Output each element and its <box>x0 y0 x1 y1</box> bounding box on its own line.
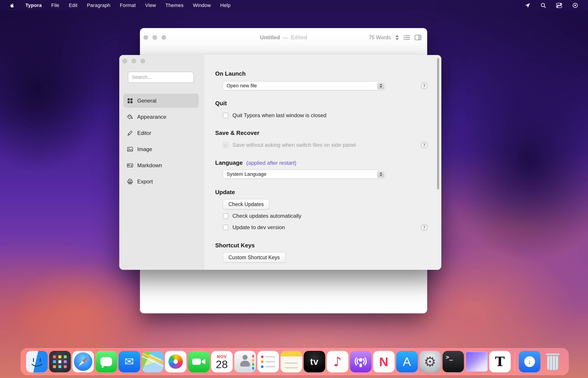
dock-appstore-icon[interactable]: A <box>396 351 418 372</box>
prefs-zoom-button[interactable] <box>140 59 145 63</box>
document-edited-badge: Edited <box>291 34 307 41</box>
language-heading-text: Language <box>215 159 243 166</box>
photos-pinwheel <box>168 354 183 369</box>
paperplane-status-icon[interactable] <box>525 2 531 8</box>
apple-menu[interactable] <box>7 2 17 9</box>
quit-checkbox[interactable] <box>223 113 228 118</box>
spotlight-search-icon[interactable] <box>540 2 546 8</box>
safari-needle <box>77 356 89 367</box>
help-icon-dev-version[interactable]: ? <box>421 224 428 231</box>
appstore-a-glyph: A <box>403 355 411 369</box>
siri-icon[interactable] <box>572 2 578 8</box>
check-updates-automatically-checkbox[interactable] <box>223 213 228 219</box>
preferences-traffic-lights <box>123 59 145 63</box>
dock-news-icon[interactable]: N <box>373 351 395 372</box>
auto-update-checkbox-row: Check updates automatically <box>223 213 301 219</box>
dock: ✉ NOV 28 tv ♪ N A ⚙ >_ <box>21 348 569 375</box>
word-count[interactable]: 75 Words <box>369 35 391 41</box>
podcasts-waves <box>353 353 369 370</box>
menu-item-typora[interactable]: Typora <box>21 2 46 8</box>
sidebar-item-markdown[interactable]: Markdown <box>123 158 199 172</box>
dock-downloads-icon[interactable]: ↓ <box>519 351 540 372</box>
desktop: Typora File Edit Paragraph Format View T… <box>0 0 588 378</box>
section-heading-update: Update <box>215 189 235 196</box>
prefs-minimize-button[interactable] <box>132 59 136 63</box>
dock-calendar-icon[interactable]: NOV 28 <box>211 351 233 372</box>
sidebar-item-appearance[interactable]: Appearance <box>123 110 199 124</box>
dock-maps-icon[interactable] <box>142 351 163 372</box>
zoom-button[interactable] <box>161 35 166 40</box>
section-heading-quit: Quit <box>215 100 227 107</box>
dock-music-icon[interactable]: ♪ <box>327 351 348 372</box>
prefs-close-button[interactable] <box>123 59 127 63</box>
menu-item-themes[interactable]: Themes <box>161 2 188 8</box>
menu-item-edit[interactable]: Edit <box>64 2 82 8</box>
preferences-content: On Launch Open new file ? Quit Quit Typo… <box>204 55 441 270</box>
menu-item-window[interactable]: Window <box>188 2 215 8</box>
dock-contacts-icon[interactable] <box>234 351 256 372</box>
menu-item-file[interactable]: File <box>46 2 64 8</box>
apple-icon <box>9 2 15 9</box>
dock-notes-icon[interactable] <box>280 351 302 372</box>
music-note-glyph: ♪ <box>333 354 342 369</box>
dock-safari-icon[interactable] <box>72 351 94 372</box>
close-button[interactable] <box>143 35 148 40</box>
dock-facetime-icon[interactable] <box>188 351 210 372</box>
dock-trash-icon[interactable] <box>542 351 563 372</box>
language-select[interactable]: System Language <box>223 170 386 179</box>
help-icon-save-recover[interactable]: ? <box>421 142 428 148</box>
search-input[interactable] <box>128 72 194 83</box>
launchpad-grid <box>58 360 61 363</box>
sidebar-item-export[interactable]: Export <box>123 175 199 189</box>
save-without-asking-label: Save without asking when switch files on… <box>232 142 356 148</box>
dock-messages-icon[interactable] <box>96 351 117 372</box>
contact-tabs <box>252 355 254 358</box>
update-to-dev-version-label: Update to dev version <box>232 224 285 230</box>
preferences-window: General Appearance Editor Image Markdown <box>119 55 441 270</box>
menu-item-view[interactable]: View <box>140 2 161 8</box>
news-n-glyph: N <box>379 354 388 369</box>
dock-system-settings-icon[interactable]: ⚙ <box>419 351 441 372</box>
help-icon-on-launch[interactable]: ? <box>421 82 428 89</box>
check-updates-automatically-label: Check updates automatically <box>232 213 301 219</box>
sidebar-toggle-icon[interactable] <box>415 35 421 40</box>
sidebar-item-editor[interactable]: Editor <box>123 126 199 140</box>
dock-mail-icon[interactable]: ✉ <box>119 351 140 372</box>
sidebar-item-image[interactable]: Image <box>123 142 199 156</box>
save-without-asking-checkbox[interactable]: ✓ <box>223 142 228 148</box>
calendar-day: 28 <box>216 359 228 370</box>
sidebar-item-general[interactable]: General <box>123 94 199 108</box>
menu-item-paragraph[interactable]: Paragraph <box>82 2 115 8</box>
envelope-glyph: ✉ <box>125 355 134 368</box>
custom-shortcut-keys-button[interactable]: Custom Shortcut Keys <box>223 252 285 263</box>
scrollbar-thumb[interactable] <box>437 58 439 189</box>
dock-launchpad-icon[interactable] <box>49 351 71 372</box>
on-launch-select[interactable]: Open new file <box>223 81 386 90</box>
update-to-dev-version-checkbox[interactable] <box>223 225 228 230</box>
pencil-icon <box>127 130 133 136</box>
dock-reminders-icon[interactable] <box>257 351 279 372</box>
dock-finder-icon[interactable] <box>26 351 48 372</box>
terminal-prompt: >_ <box>446 354 453 361</box>
document-toolbar: 75 Words <box>369 28 421 47</box>
dock-terminal-icon[interactable]: >_ <box>442 351 464 372</box>
grid-icon <box>127 98 133 104</box>
speech-bubble <box>100 357 112 366</box>
language-select-value: System Language <box>223 171 266 177</box>
menu-item-help[interactable]: Help <box>216 2 235 8</box>
dock-photos-icon[interactable] <box>165 351 186 372</box>
control-center-icon[interactable] <box>556 2 562 8</box>
dock-podcasts-icon[interactable] <box>350 351 371 372</box>
dock-separator <box>515 352 515 371</box>
sidebar-item-label: General <box>137 98 156 104</box>
minimize-button[interactable] <box>153 35 157 40</box>
dock-typora-icon[interactable]: T <box>489 351 511 372</box>
dock-minimized-window-thumbnail[interactable] <box>466 352 488 371</box>
outline-list-icon[interactable] <box>403 35 410 40</box>
word-count-stepper-icon[interactable] <box>395 35 399 40</box>
menu-item-format[interactable]: Format <box>115 2 140 8</box>
document-titlebar[interactable]: Untitled — Edited 75 Words <box>140 28 427 47</box>
dock-appletv-icon[interactable]: tv <box>304 351 325 372</box>
trash-lid <box>546 353 560 355</box>
check-updates-button[interactable]: Check Updates <box>223 199 269 209</box>
